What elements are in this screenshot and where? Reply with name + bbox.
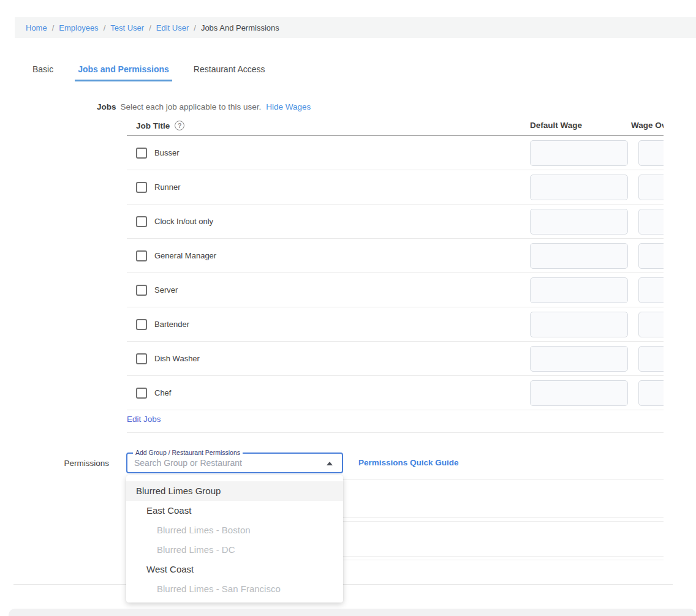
tab[interactable]: Restaurant Access: [191, 61, 268, 81]
dropdown-option[interactable]: West Coast: [126, 560, 343, 579]
default-wage-input[interactable]: [530, 380, 628, 406]
hide-wages-link[interactable]: Hide Wages: [266, 102, 311, 111]
job-row: Dish Washer: [127, 342, 664, 376]
job-row: Runner: [127, 170, 664, 205]
tab-label: Jobs and Permissions: [78, 64, 169, 74]
permissions-section-label: Permissions: [37, 459, 109, 468]
job-title-label: Chef: [154, 376, 171, 410]
job-row: General Manager: [127, 239, 664, 273]
column-default-wage: Default Wage: [530, 121, 582, 130]
default-wage-input[interactable]: [530, 140, 628, 166]
job-title-label: Runner: [154, 170, 181, 205]
job-title-header-label: Job Title: [136, 121, 170, 130]
edit-user-page: / Home / Employees / Test User / Edit Us…: [0, 0, 696, 616]
breadcrumb-item: / Employees: [47, 23, 99, 32]
permissions-search-select[interactable]: Add Group / Restaurant Permissions: [126, 453, 343, 473]
job-checkbox[interactable]: [136, 353, 147, 364]
wage-override-input[interactable]: [638, 175, 664, 200]
job-checkbox[interactable]: [136, 319, 147, 330]
jobs-table-header: Job Title ? Default Wage Wage Overrides: [127, 119, 664, 136]
dropdown-option[interactable]: Blurred Limes - San Francisco: [126, 579, 343, 599]
job-checkbox[interactable]: [136, 285, 147, 296]
job-checkbox[interactable]: [136, 250, 147, 261]
job-row: Server: [127, 273, 664, 307]
job-row: Chef: [127, 376, 664, 410]
wage-override-input[interactable]: [638, 243, 664, 269]
job-row: Bartender: [127, 307, 664, 342]
breadcrumb-separator: /: [194, 23, 196, 32]
column-wage-overrides: Wage Overrides: [631, 121, 664, 130]
breadcrumb-link[interactable]: Edit User: [156, 23, 189, 32]
jobs-section-label: Jobs: [97, 102, 116, 111]
edit-jobs-link[interactable]: Edit Jobs: [127, 415, 161, 424]
wage-override-input[interactable]: [638, 140, 664, 166]
help-icon[interactable]: ?: [175, 121, 184, 130]
breadcrumb-item: / Edit User: [144, 23, 189, 32]
job-checkbox[interactable]: [136, 388, 147, 399]
default-wage-input[interactable]: [530, 209, 628, 235]
dropdown-option[interactable]: Blurred Limes Group: [126, 481, 343, 501]
tab-bar: Basic Jobs and Permissions Restaurant Ac…: [29, 61, 268, 81]
tab-label: Restaurant Access: [194, 64, 265, 74]
job-row: Clock In/out only: [127, 205, 664, 239]
permissions-search-input[interactable]: [127, 454, 342, 472]
job-title-label: Dish Washer: [154, 342, 200, 376]
job-title-label: Bartender: [154, 307, 189, 342]
breadcrumb-item: / Home: [26, 23, 47, 32]
breadcrumb-link[interactable]: Test User: [110, 23, 144, 32]
wage-override-input[interactable]: [638, 380, 664, 406]
job-title-label: Server: [154, 273, 178, 307]
default-wage-input[interactable]: [530, 312, 628, 337]
breadcrumb-separator: /: [149, 23, 151, 32]
wage-override-input[interactable]: [638, 312, 664, 337]
column-job-title: Job Title ?: [136, 121, 184, 130]
default-wage-input[interactable]: [530, 175, 628, 200]
breadcrumb-link[interactable]: Employees: [59, 23, 98, 32]
tab[interactable]: Basic: [29, 61, 56, 81]
permissions-section-divider: [13, 584, 673, 585]
jobs-heading: Jobs Select each job applicable to this …: [97, 102, 311, 111]
jobs-description: Select each job applicable to this user.: [121, 102, 262, 111]
default-wage-input[interactable]: [530, 346, 628, 372]
tab[interactable]: Jobs and Permissions: [75, 61, 172, 81]
default-wage-input[interactable]: [530, 277, 628, 303]
wage-override-input[interactable]: [638, 209, 664, 235]
tab-label: Basic: [32, 64, 53, 74]
collapse-caret-icon[interactable]: [327, 462, 333, 465]
dropdown-option[interactable]: East Coast: [126, 501, 343, 520]
job-checkbox[interactable]: [136, 182, 147, 193]
job-title-label: Clock In/out only: [154, 205, 213, 239]
breadcrumb-separator: /: [52, 23, 55, 32]
breadcrumb-item: / Test User: [99, 23, 145, 32]
footer-bar: [9, 609, 696, 616]
job-title-label: General Manager: [154, 239, 216, 273]
wage-override-input[interactable]: [638, 277, 664, 303]
breadcrumb-link[interactable]: Jobs And Permissions: [201, 23, 279, 32]
permissions-dropdown: Blurred Limes Group East Coast Blurred L…: [126, 475, 343, 603]
dropdown-option[interactable]: Blurred Limes - Boston: [126, 520, 343, 540]
default-wage-input[interactable]: [530, 243, 628, 269]
job-checkbox[interactable]: [136, 216, 147, 227]
jobs-table: Job Title ? Default Wage Wage Overrides …: [127, 119, 664, 410]
dropdown-option[interactable]: Blurred Limes - DC: [126, 540, 343, 560]
breadcrumb-link[interactable]: Home: [26, 23, 47, 32]
jobs-section-divider: [127, 432, 664, 433]
breadcrumb-item: / Jobs And Permissions: [189, 23, 279, 32]
job-row: Busser: [127, 136, 664, 170]
breadcrumb-separator: /: [104, 23, 106, 32]
breadcrumb: / Home / Employees / Test User / Edit Us…: [15, 17, 696, 38]
permissions-quick-guide-link[interactable]: Permissions Quick Guide: [358, 458, 459, 467]
wage-override-input[interactable]: [638, 346, 664, 372]
job-checkbox[interactable]: [136, 148, 147, 159]
job-title-label: Busser: [154, 136, 179, 170]
